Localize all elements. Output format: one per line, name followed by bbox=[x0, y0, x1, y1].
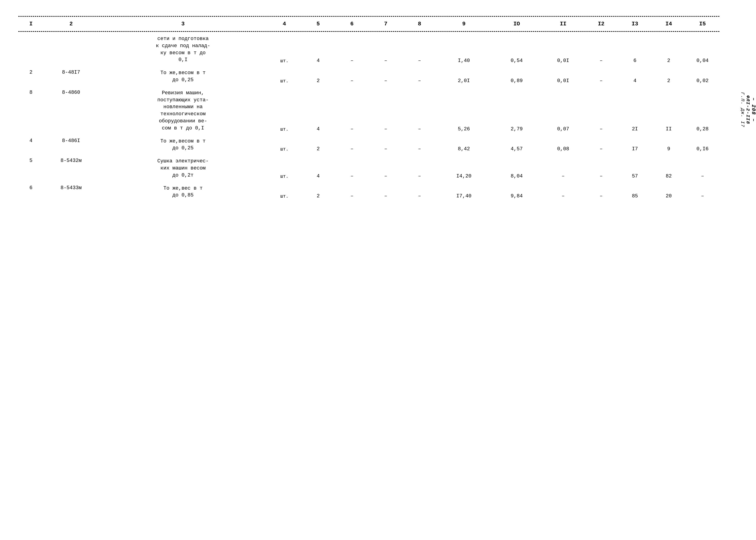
header-col9: 9 bbox=[436, 19, 491, 29]
data-table: сети и подготовкак сдаче под налад-ку ве… bbox=[18, 34, 719, 203]
top-dashed-line bbox=[18, 16, 719, 17]
cell-col4: 2 bbox=[301, 68, 335, 85]
cell-desc: То же,весом в тдо 0,25 bbox=[98, 68, 268, 85]
header-col8: 8 bbox=[402, 19, 436, 29]
page: I 2 3 4 5 6 7 8 9 IO II I2 I3 I4 I5 bbox=[18, 16, 738, 203]
cell-col13: 6 bbox=[618, 34, 652, 65]
table-header-row: I 2 3 4 5 6 7 8 9 IO II I2 I3 I4 I5 bbox=[18, 19, 719, 29]
cell-id: 6 bbox=[18, 184, 44, 201]
header-col15: I5 bbox=[686, 19, 719, 29]
cell-col10: 9,84 bbox=[491, 184, 542, 201]
cell-id: 2 bbox=[18, 68, 44, 85]
cell-unit: шт. bbox=[268, 137, 301, 154]
cell-col13: 2I bbox=[618, 88, 652, 133]
cell-col6: – bbox=[369, 68, 402, 85]
cell-col4: 2 bbox=[301, 184, 335, 201]
cell-col9: I4,20 bbox=[436, 156, 491, 180]
cell-unit: шт. bbox=[268, 34, 301, 65]
cell-col10: 0,89 bbox=[491, 68, 542, 85]
cell-col5: – bbox=[335, 68, 369, 85]
cell-col15: – bbox=[686, 156, 719, 180]
header-col2: 2 bbox=[44, 19, 98, 29]
cell-col13: I7 bbox=[618, 137, 652, 154]
side-label-bottom: – 208 – bbox=[750, 98, 756, 122]
cell-col12: – bbox=[584, 68, 618, 85]
header-col11: II bbox=[542, 19, 584, 29]
cell-col15: 0,04 bbox=[686, 34, 719, 65]
table-row: 4 8-486I То же,весом в тдо 0,25 шт. 2 – … bbox=[18, 137, 719, 154]
cell-id: 5 bbox=[18, 156, 44, 180]
cell-col14: 20 bbox=[652, 184, 686, 201]
table-wrapper: I 2 3 4 5 6 7 8 9 IO II I2 I3 I4 I5 bbox=[18, 16, 738, 203]
cell-col5: – bbox=[335, 156, 369, 180]
cell-col13: 4 bbox=[618, 68, 652, 85]
cell-unit: шт. bbox=[268, 184, 301, 201]
header-bottom-dashed-line bbox=[18, 31, 719, 32]
cell-unit: шт. bbox=[268, 156, 301, 180]
cell-col12: – bbox=[584, 88, 618, 133]
cell-col12: – bbox=[584, 156, 618, 180]
header-col6: 6 bbox=[335, 19, 369, 29]
cell-col10: 2,79 bbox=[491, 88, 542, 133]
cell-col13: 85 bbox=[618, 184, 652, 201]
cell-code: 8-5433м bbox=[44, 184, 98, 201]
cell-col14: 9 bbox=[652, 137, 686, 154]
cell-desc: сети и подготовкак сдаче под налад-ку ве… bbox=[98, 34, 268, 65]
side-label-middle: ФЛI-2-II8 bbox=[745, 95, 750, 124]
side-label-container: Г.П. Дж. I7 ФЛI-2-II8 – 208 – bbox=[740, 16, 754, 203]
header-col4: 4 bbox=[268, 19, 301, 29]
cell-col11: – bbox=[542, 184, 584, 201]
table-row: 2 8-48I7 То же,весом в тдо 0,25 шт. 2 – … bbox=[18, 68, 719, 85]
cell-col14: 82 bbox=[652, 156, 686, 180]
header-col10: IO bbox=[491, 19, 542, 29]
cell-col6: – bbox=[369, 184, 402, 201]
cell-col12: – bbox=[584, 34, 618, 65]
header-col13: I3 bbox=[618, 19, 652, 29]
cell-unit: шт. bbox=[268, 88, 301, 133]
cell-col10: 0,54 bbox=[491, 34, 542, 65]
cell-col10: 4,57 bbox=[491, 137, 542, 154]
header-col5: 5 bbox=[301, 19, 335, 29]
cell-code: 8-5432м bbox=[44, 156, 98, 180]
cell-col11: 0,08 bbox=[542, 137, 584, 154]
cell-col11: 0,0I bbox=[542, 34, 584, 65]
cell-col13: 57 bbox=[618, 156, 652, 180]
cell-col6: – bbox=[369, 88, 402, 133]
header-col12: I2 bbox=[584, 19, 618, 29]
cell-col9: I,40 bbox=[436, 34, 491, 65]
cell-col9: I7,40 bbox=[436, 184, 491, 201]
cell-col6: – bbox=[369, 34, 402, 65]
cell-desc: Сушка электричес-ких машин весомдо 0,2т bbox=[98, 156, 268, 180]
cell-col11: – bbox=[542, 156, 584, 180]
cell-col12: – bbox=[584, 184, 618, 201]
cell-col15: 0,I6 bbox=[686, 137, 719, 154]
cell-col4: 2 bbox=[301, 137, 335, 154]
cell-desc: То же,вес в тдо 0,85 bbox=[98, 184, 268, 201]
cell-col7: – bbox=[402, 68, 436, 85]
header-col14: I4 bbox=[652, 19, 686, 29]
cell-col7: – bbox=[402, 137, 436, 154]
cell-col7: – bbox=[402, 184, 436, 201]
cell-col9: 2,0I bbox=[436, 68, 491, 85]
cell-id: 8 bbox=[18, 88, 44, 133]
cell-col7: – bbox=[402, 34, 436, 65]
table-row: 5 8-5432м Сушка электричес-ких машин вес… bbox=[18, 156, 719, 180]
cell-col7: – bbox=[402, 88, 436, 133]
cell-col4: 4 bbox=[301, 34, 335, 65]
cell-unit: шт. bbox=[268, 68, 301, 85]
cell-col9: 5,26 bbox=[436, 88, 491, 133]
cell-col11: 0,0I bbox=[542, 68, 584, 85]
cell-col9: 8,42 bbox=[436, 137, 491, 154]
side-label-top: Г.П. Дж. I7 bbox=[740, 92, 745, 127]
cell-code: 8-486I bbox=[44, 137, 98, 154]
cell-id bbox=[18, 34, 44, 65]
cell-code bbox=[44, 34, 98, 65]
cell-col10: 8,04 bbox=[491, 156, 542, 180]
cell-code: 8-48I7 bbox=[44, 68, 98, 85]
main-table: I 2 3 4 5 6 7 8 9 IO II I2 I3 I4 I5 bbox=[18, 19, 719, 29]
cell-col5: – bbox=[335, 137, 369, 154]
header-col1: I bbox=[18, 19, 44, 29]
cell-col6: – bbox=[369, 137, 402, 154]
cell-desc: То же,весом в тдо 0,25 bbox=[98, 137, 268, 154]
cell-desc: Ревизия машин,поступающих уста-новленным… bbox=[98, 88, 268, 133]
